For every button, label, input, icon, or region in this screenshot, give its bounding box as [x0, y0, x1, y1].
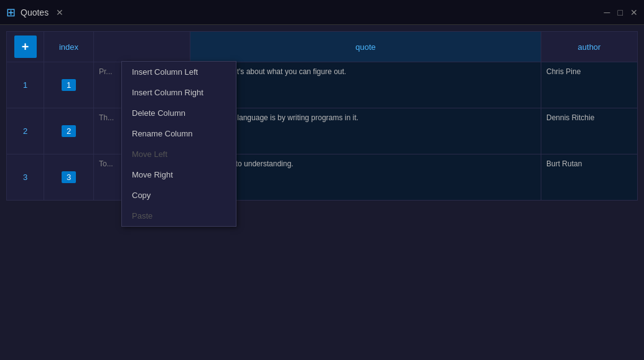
table-icon: ⊞	[6, 6, 16, 19]
row-outer-num-3: 3	[7, 154, 44, 201]
context-menu-item-paste: Paste	[122, 206, 236, 226]
row-number-3: 3	[23, 173, 27, 182]
context-menu-item-insert-col-left[interactable]: Insert Column Left	[122, 62, 236, 82]
tab-close-button[interactable]: ✕	[56, 7, 63, 17]
cell-author-2[interactable]: Dennis Ritchie	[541, 108, 638, 154]
cell-quote-2[interactable]: rogramming language is by writing progra…	[190, 108, 541, 154]
close-window-button[interactable]: ✕	[630, 7, 638, 17]
table-row: 3 3 To... ailure leads to understanding.…	[7, 154, 638, 201]
add-row-button[interactable]: +	[14, 36, 37, 58]
main-content: + index quote author 1 1	[0, 25, 644, 207]
cell-quote-3[interactable]: ailure leads to understanding.	[190, 154, 541, 201]
context-menu-item-move-left: Move Left	[122, 144, 236, 164]
context-menu-item-move-right[interactable]: Move Right	[122, 164, 236, 185]
cell-author-1[interactable]: Chris Pine	[541, 62, 638, 108]
author-column-header[interactable]: author	[541, 32, 638, 62]
index-column-header[interactable]: index	[44, 32, 94, 62]
title-bar: ⊞ Quotes ✕ ─ □ ✕	[0, 0, 644, 25]
context-menu-item-copy[interactable]: Copy	[122, 185, 236, 206]
minimize-button[interactable]: ─	[604, 7, 610, 17]
row-index-badge-3[interactable]: 3	[62, 171, 76, 183]
context-menu: Insert Column LeftInsert Column RightDel…	[121, 61, 236, 227]
row-outer-num-2: 2	[7, 108, 44, 154]
context-menu-item-rename-col[interactable]: Rename Column	[122, 123, 236, 144]
add-column-cell: +	[7, 32, 44, 62]
context-menu-item-insert-col-right[interactable]: Insert Column Right	[122, 82, 236, 103]
row-index-badge-1[interactable]: 1	[62, 79, 76, 91]
data-table: + index quote author 1 1	[6, 31, 638, 201]
cell-author-3[interactable]: Burt Rutan	[541, 154, 638, 201]
context-menu-item-delete-col[interactable]: Delete Column	[122, 103, 236, 123]
preview-column-header[interactable]	[94, 32, 190, 62]
table-row: 2 2 Th... rogramming language is by writ…	[7, 108, 638, 154]
table-row: 1 1 Pr... t you know; it's about what yo…	[7, 62, 638, 108]
window-title: Quotes	[21, 7, 49, 17]
quote-column-header[interactable]: quote	[190, 32, 541, 62]
restore-button[interactable]: □	[618, 7, 623, 17]
title-bar-left: ⊞ Quotes ✕	[6, 6, 63, 19]
row-outer-num-1: 1	[7, 62, 44, 108]
title-bar-controls: ─ □ ✕	[604, 7, 638, 17]
row-number-1: 1	[23, 80, 27, 90]
row-inner-num-2: 2	[44, 108, 94, 154]
row-index-badge-2[interactable]: 2	[62, 125, 76, 137]
cell-quote-1[interactable]: t you know; it's about what you can figu…	[190, 62, 541, 108]
row-inner-num-1: 1	[44, 62, 94, 108]
row-number-2: 2	[23, 126, 27, 136]
row-inner-num-3: 3	[44, 154, 94, 201]
